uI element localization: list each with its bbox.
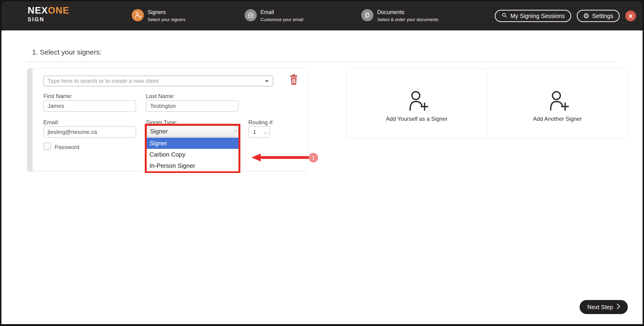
client-search-select[interactable]: Type here to search or to create a new c…	[43, 76, 274, 86]
last-name-label: Last Name:	[146, 93, 175, 99]
person-plus-icon	[132, 9, 144, 21]
annotation-rectangle: Signer Signer Carbon Copy In-Person Sign…	[145, 124, 240, 173]
person-plus-icon	[546, 89, 569, 113]
email-label: Email:	[43, 119, 59, 126]
my-signing-sessions-button[interactable]: My Signing Sessions	[495, 10, 571, 22]
step-title: Signers	[148, 9, 186, 15]
routing-value: 1	[253, 127, 256, 137]
step-title: Email	[260, 9, 304, 15]
add-signer-panels: Add Yourself as a Signer Add Another Sig…	[346, 68, 628, 138]
email-field[interactable]	[43, 126, 136, 138]
step-subtitle: Select & order your documents	[377, 17, 438, 22]
logo-wordmark: NEXONE	[28, 5, 69, 16]
logo-nex: NEX	[28, 5, 48, 15]
logo-one: ONE	[48, 5, 69, 15]
select-scrollbar[interactable]	[234, 126, 238, 137]
step-title: Documents	[377, 9, 438, 15]
option-signer[interactable]: Signer	[147, 138, 238, 149]
nav-step-documents[interactable]: Documents Select & order your documents	[361, 9, 438, 22]
my-signing-sessions-label: My Signing Sessions	[510, 13, 565, 19]
nav-step-signers[interactable]: Signers Select your signers	[132, 9, 186, 22]
delete-signer-button[interactable]	[289, 74, 298, 86]
client-search-placeholder: Type here to search or to create a new c…	[48, 76, 158, 86]
nav-step-email[interactable]: Email Customize your email	[244, 9, 304, 22]
option-in-person-signer[interactable]: In-Person Signer	[147, 160, 238, 171]
close-icon: ×	[628, 11, 633, 20]
header-actions: My Signing Sessions ⚙ Settings ×	[495, 10, 636, 22]
search-icon	[501, 12, 508, 20]
chevron-right-icon	[617, 304, 620, 311]
section-divider	[27, 61, 616, 62]
first-name-field[interactable]	[43, 100, 136, 112]
password-label: Password	[54, 144, 79, 150]
close-button[interactable]: ×	[625, 10, 636, 21]
signer-type-value: Signer	[150, 126, 168, 137]
last-name-field[interactable]	[146, 100, 238, 112]
settings-button[interactable]: ⚙ Settings	[577, 10, 620, 22]
gear-icon: ⚙	[583, 12, 590, 19]
signer-type-select[interactable]: Signer	[147, 126, 238, 137]
routing-label: Routing #:	[248, 119, 274, 126]
envelope-icon	[244, 9, 257, 21]
add-another-panel[interactable]: Add Another Signer	[487, 69, 628, 138]
settings-label: Settings	[592, 13, 613, 19]
annotation-arrow	[251, 153, 309, 163]
routing-select[interactable]: 1	[248, 126, 270, 138]
first-name-label: First Name:	[43, 93, 72, 99]
chevron-down-icon	[264, 131, 267, 135]
person-plus-icon	[405, 89, 428, 113]
main-content: 1. Select your signers: Type here to sea…	[2, 30, 642, 324]
drag-handle[interactable]	[28, 68, 32, 171]
signer-type-option-list: Signer Carbon Copy In-Person Signer	[147, 138, 238, 171]
top-header: NEXONE SIGN Signers Select your signers	[2, 1, 642, 30]
caret-down-icon	[265, 80, 269, 82]
password-checkbox[interactable]	[43, 143, 51, 150]
app-window: NEXONE SIGN Signers Select your signers	[0, 0, 644, 326]
add-yourself-label: Add Yourself as a Signer	[346, 116, 487, 122]
next-step-label: Next Step	[587, 304, 613, 311]
add-another-label: Add Another Signer	[487, 116, 628, 122]
nexone-logo: NEXONE SIGN	[28, 5, 69, 23]
annotation-badge: 1	[308, 153, 318, 162]
step-subtitle: Customize your email	[260, 17, 304, 22]
trash-icon	[289, 82, 298, 86]
option-carbon-copy[interactable]: Carbon Copy	[147, 149, 238, 160]
documents-icon	[361, 9, 374, 21]
next-step-button[interactable]: Next Step	[580, 300, 628, 314]
step-subtitle: Select your signers	[148, 17, 186, 22]
add-yourself-panel[interactable]: Add Yourself as a Signer	[346, 69, 487, 138]
page-title: 1. Select your signers:	[32, 48, 102, 56]
logo-product: SIGN	[28, 16, 69, 23]
